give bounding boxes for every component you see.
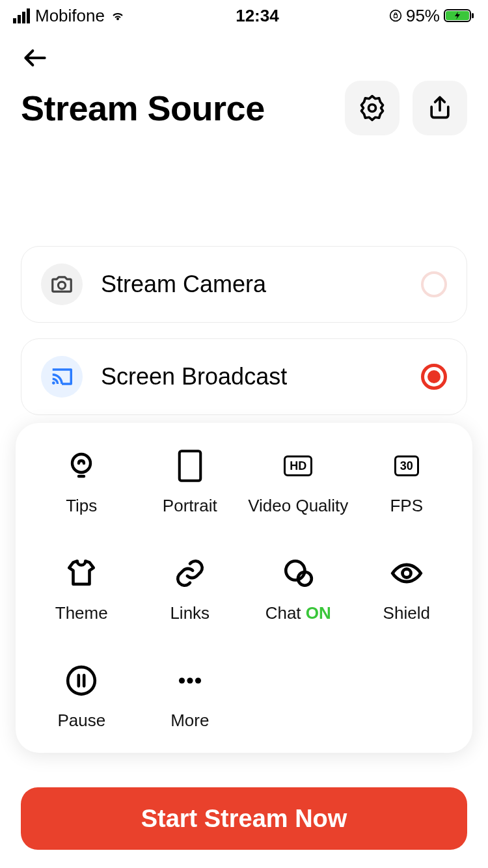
quick-theme[interactable]: Theme: [27, 555, 136, 623]
quick-label: Tips: [66, 496, 97, 516]
quick-links[interactable]: Links: [136, 555, 245, 623]
tshirt-icon: [63, 555, 100, 591]
quick-label: Portrait: [163, 496, 217, 516]
source-option-broadcast[interactable]: Screen Broadcast: [21, 338, 467, 415]
svg-rect-9: [180, 451, 201, 481]
quick-panel: Tips Portrait HD Video Quality 30 FPS Th…: [16, 423, 472, 753]
quick-chat[interactable]: Chat ON: [244, 555, 353, 623]
svg-point-5: [369, 105, 376, 112]
carrier-text: Mobifone: [35, 6, 105, 26]
status-right: 95%: [389, 6, 475, 26]
rotation-lock-icon: [389, 9, 402, 22]
tips-icon: [63, 448, 100, 484]
svg-point-16: [195, 677, 201, 683]
more-icon: [172, 662, 208, 699]
eye-icon: [388, 555, 425, 591]
quick-more[interactable]: More: [136, 662, 245, 731]
quick-label: Pause: [57, 711, 105, 731]
status-time: 12:34: [236, 6, 279, 26]
quick-tips[interactable]: Tips: [27, 448, 136, 516]
source-options: Stream Camera Screen Broadcast: [0, 246, 488, 415]
portrait-icon: [172, 448, 208, 484]
svg-point-12: [402, 569, 411, 578]
cast-icon: [41, 356, 83, 398]
status-bar: Mobifone 12:34 95%: [0, 0, 488, 29]
radio-unselected[interactable]: [421, 271, 447, 297]
cta-label: Start Stream Now: [141, 805, 347, 833]
share-icon: [426, 94, 454, 122]
battery-icon: [444, 8, 475, 23]
quick-label: FPS: [390, 496, 423, 516]
battery-pct: 95%: [406, 6, 440, 26]
source-label: Screen Broadcast: [101, 363, 403, 390]
settings-button[interactable]: [345, 81, 400, 135]
svg-point-8: [72, 454, 90, 472]
svg-rect-1: [394, 14, 397, 18]
svg-rect-4: [472, 13, 474, 18]
svg-point-7: [52, 381, 55, 385]
header: Stream Source: [0, 29, 488, 135]
radio-selected[interactable]: [421, 364, 447, 390]
hd-icon: HD: [280, 448, 316, 484]
svg-point-6: [58, 282, 65, 289]
back-arrow-icon: [21, 44, 49, 72]
quick-video-quality[interactable]: HD Video Quality: [244, 448, 353, 516]
quick-label: Video Quality: [248, 496, 348, 516]
source-label: Stream Camera: [101, 271, 403, 298]
back-button[interactable]: [21, 42, 53, 74]
svg-point-15: [187, 677, 193, 683]
quick-fps[interactable]: 30 FPS: [353, 448, 461, 516]
signal-icon: [13, 8, 30, 23]
link-icon: [172, 555, 208, 591]
quick-portrait[interactable]: Portrait: [136, 448, 245, 516]
camera-icon: [41, 264, 83, 305]
source-option-camera[interactable]: Stream Camera: [21, 246, 467, 323]
share-button[interactable]: [413, 81, 467, 135]
svg-point-13: [68, 667, 95, 694]
pause-icon: [63, 662, 100, 699]
svg-point-14: [179, 677, 185, 683]
quick-label: Links: [170, 603, 210, 623]
chat-icon: [280, 555, 316, 591]
quick-label: Shield: [383, 603, 430, 623]
fps-icon: 30: [388, 448, 425, 484]
page-title: Stream Source: [21, 88, 265, 128]
quick-label: Chat ON: [265, 603, 331, 623]
quick-label: More: [170, 711, 209, 731]
svg-point-10: [286, 561, 305, 580]
wifi-icon: [110, 8, 126, 23]
quick-label: Theme: [55, 603, 108, 623]
quick-pause[interactable]: Pause: [27, 662, 136, 731]
gear-icon: [358, 94, 386, 122]
start-stream-button[interactable]: Start Stream Now: [21, 787, 467, 850]
status-left: Mobifone: [13, 6, 126, 26]
svg-point-0: [390, 10, 401, 21]
quick-shield[interactable]: Shield: [353, 555, 461, 623]
